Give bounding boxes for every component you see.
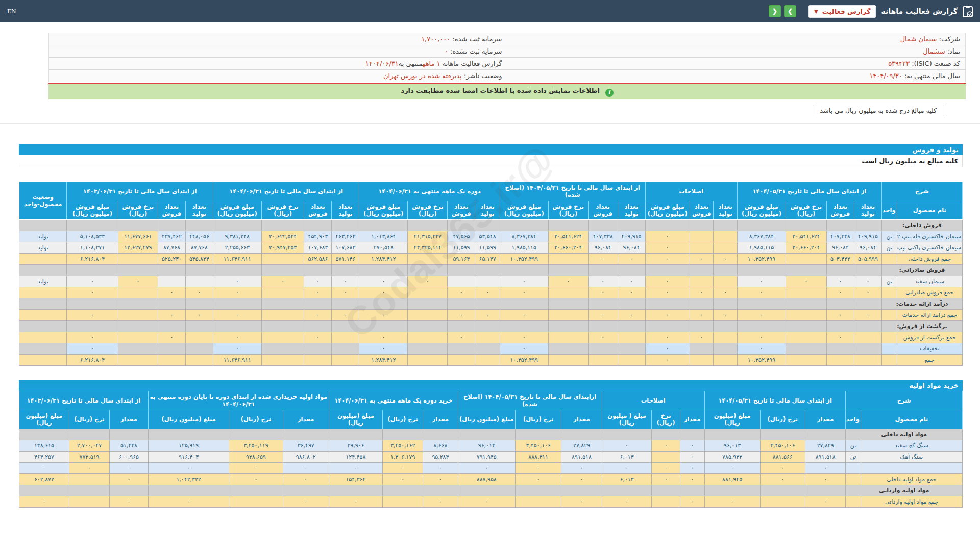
section-cell [602, 429, 652, 440]
value-cell [786, 332, 826, 343]
column-header: مبلغ (میلیون ریال) [704, 410, 760, 429]
next-report-button[interactable]: ❯ [784, 5, 796, 17]
value-cell [118, 287, 158, 298]
section-cell [500, 320, 548, 332]
value-cell: ۰ [458, 462, 516, 473]
value-cell [118, 309, 158, 320]
value-cell: ۰ [283, 473, 329, 485]
value-cell: ۱۱,۶۳۶,۹۱۱ [213, 253, 261, 264]
section-cell [786, 219, 826, 231]
value-cell: ۰ [714, 253, 738, 264]
value-cell: ۰ [158, 287, 185, 298]
value-cell: ۲,۲۵۵,۶۶۳ [213, 242, 261, 253]
value-cell: ۰ [760, 473, 805, 485]
section-cell [714, 219, 738, 231]
value-cell: ۰ [19, 462, 69, 473]
language-switch-en[interactable]: EN [7, 7, 16, 15]
column-header: نرخ (ریال) [760, 410, 805, 429]
section-cell [588, 320, 618, 332]
value-cell: ۴۰۷,۳۳۸ [826, 231, 854, 242]
unregistered-capital-cell: سرمایه ثبت نشده: ۰ [49, 45, 507, 58]
value-cell: ۰ [283, 462, 329, 473]
value-cell: ۱,۹۸۵,۱۱۵ [738, 242, 786, 253]
value-cell: ۱۰۷,۶۸۳ [332, 242, 359, 253]
section-cell [786, 320, 826, 332]
prev-report-button[interactable]: ❮ [769, 5, 781, 17]
value-cell: ۰ [383, 473, 423, 485]
value-cell: ۰ [561, 473, 602, 485]
value-cell [548, 253, 588, 264]
value-cell: ۰ [304, 332, 332, 343]
value-cell [408, 332, 448, 343]
value-cell: ۰ [67, 276, 118, 287]
value-cell: ۵۳,۵۴۸ [475, 231, 500, 242]
company-cell: شرکت: سیمان شمال [507, 33, 966, 45]
value-cell: ۱,۲۸۴,۴۱۲ [359, 354, 408, 365]
value-cell: ۶,۰۱۳ [602, 473, 652, 485]
value-cell: ۴۰۹,۹۱۵ [618, 231, 645, 242]
column-header: تعداد تولید [185, 201, 213, 219]
column-group-header: وضعیت محصول-واحد [19, 182, 67, 219]
value-cell: ۱۱,۵۹۹ [448, 242, 475, 253]
value-cell: ۰ [261, 276, 304, 287]
section-cell [19, 429, 69, 440]
value-cell: ۰ [19, 496, 69, 507]
value-cell [448, 354, 475, 365]
value-cell: ۸,۶۶۸ [423, 440, 458, 451]
column-header: تعداد تولید [714, 201, 738, 219]
section-cell [760, 429, 805, 440]
report-type-label: گزارش فعالیت [822, 8, 871, 15]
page-title: گزارش فعالیت ماهانه [881, 7, 958, 15]
value-cell: ۰ [448, 332, 475, 343]
section-cell [854, 219, 881, 231]
column-header: نرخ (ریال) [652, 410, 680, 429]
row-label: تخفیفات [897, 343, 962, 354]
value-cell: ۰ [516, 473, 561, 485]
value-cell [475, 354, 500, 365]
value-cell: ۰ [359, 276, 408, 287]
value-cell: ۰ [602, 440, 652, 451]
value-cell [548, 287, 588, 298]
value-cell: ۰ [714, 287, 738, 298]
section-cell [118, 264, 158, 276]
value-cell: ۰ [500, 309, 548, 320]
value-cell [185, 343, 213, 354]
value-cell [690, 276, 714, 287]
section-cell [548, 219, 588, 231]
section-cell [500, 298, 548, 309]
section-label: درآمد ارائه خدمات: [881, 298, 962, 309]
section-cell [561, 429, 602, 440]
section-cell [158, 298, 185, 309]
product-status-cell: تولید [19, 242, 67, 253]
value-cell: ۰ [645, 231, 690, 242]
section-row: مواد اولیه داخلی [19, 429, 963, 440]
row-label: جمع فروش صادراتی [897, 287, 962, 298]
value-cell: ۲۰,۵۴۱,۶۲۴ [548, 231, 588, 242]
section-cell [645, 298, 690, 309]
value-cell [261, 253, 304, 264]
value-cell: ۰ [588, 287, 618, 298]
value-cell [588, 343, 618, 354]
value-cell: ۰ [359, 309, 408, 320]
value-cell: ۰ [704, 462, 760, 473]
table-row: جمع درآمد ارائه خدمات۰۰۰۰۰۰۰۰۰۰۰۰۰۰۰۰۰۰ [19, 309, 963, 320]
value-cell: ۸۸۱,۹۴۵ [704, 473, 760, 485]
value-cell: ۰ [805, 496, 846, 507]
value-cell [714, 276, 738, 287]
value-cell [408, 287, 448, 298]
value-cell [408, 354, 448, 365]
value-cell: ۰ [448, 287, 475, 298]
section-row: درآمد ارائه خدمات: [19, 298, 963, 309]
materials-band-title: خرید مواد اولیه [19, 380, 963, 391]
value-cell [548, 332, 588, 343]
value-cell: ۷۸۵,۹۳۲ [704, 451, 760, 462]
company-name: سیمان شمال [900, 35, 937, 43]
value-cell: ۰ [516, 462, 561, 473]
section-cell [329, 429, 382, 440]
table-row: جمع۱۰,۳۵۲,۴۹۹۰۱۰,۳۵۲,۴۹۹۱,۲۸۴,۴۱۲۱۱,۶۳۶,… [19, 354, 963, 365]
report-type-dropdown[interactable]: گزارش فعالیت ▼ [808, 5, 876, 18]
value-cell: ۰ [423, 473, 458, 485]
value-cell [714, 242, 738, 253]
section-cell [826, 320, 854, 332]
section-cell [148, 429, 229, 440]
